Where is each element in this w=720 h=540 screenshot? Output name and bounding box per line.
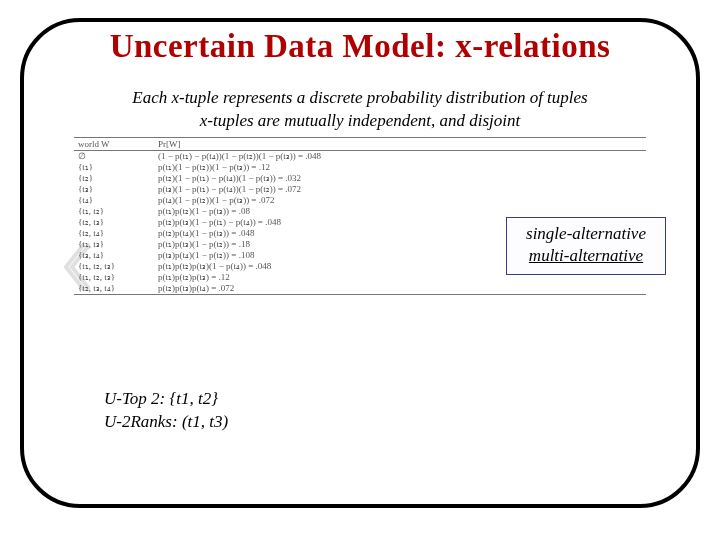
cell-pr: p(t₂)(1 − p(t₁) − p(t₄))(1 − p(t₃)) = .0…	[154, 173, 646, 184]
cell-world: {t₃, t₄}	[74, 250, 154, 261]
bottom-notes: U-Top 2: {t1, t2} U-2Ranks: (t1, t3)	[104, 388, 228, 434]
table-row: {t₁}p(t₁)(1 − p(t₂))(1 − p(t₃)) = .12	[74, 162, 646, 173]
cell-world: ∅	[74, 150, 154, 162]
slide-subtitle: Each x-tuple represents a discrete proba…	[24, 87, 696, 133]
table-row: ∅(1 − p(t₁) − p(t₄))(1 − p(t₂))(1 − p(t₃…	[74, 150, 646, 162]
table-row: {t₄}p(t₄)(1 − p(t₂))(1 − p(t₃)) = .072	[74, 195, 646, 206]
cell-world: {t₃}	[74, 184, 154, 195]
legend-single-alternative: single-alternative	[521, 223, 651, 245]
legend-multi-alternative: multi-alternative	[521, 245, 651, 267]
cell-pr: (1 − p(t₁) − p(t₄))(1 − p(t₂))(1 − p(t₃)…	[154, 150, 646, 162]
cell-pr: p(t₃)(1 − p(t₁) − p(t₄))(1 − p(t₂)) = .0…	[154, 184, 646, 195]
cell-world: {t₁, t₂, t₃}	[74, 272, 154, 283]
table-row: {t₂}p(t₂)(1 − p(t₁) − p(t₄))(1 − p(t₃)) …	[74, 173, 646, 184]
cell-pr: p(t₁)p(t₂)(1 − p(t₃)) = .08	[154, 206, 646, 217]
note-utop2: U-Top 2: {t1, t2}	[104, 388, 228, 411]
table-row: {t₂, t₃, t₄}p(t₂)p(t₃)p(t₄) = .072	[74, 283, 646, 295]
cell-pr: p(t₁)(1 − p(t₂))(1 − p(t₃)) = .12	[154, 162, 646, 173]
legend-box: single-alternative multi-alternative	[506, 217, 666, 275]
table-row: {t₃}p(t₃)(1 − p(t₁) − p(t₄))(1 − p(t₂)) …	[74, 184, 646, 195]
cell-world: {t₂, t₃}	[74, 217, 154, 228]
subtitle-line-1: Each x-tuple represents a discrete proba…	[64, 87, 656, 110]
cell-pr: p(t₄)(1 − p(t₂))(1 − p(t₃)) = .072	[154, 195, 646, 206]
cell-world: {t₁, t₂}	[74, 206, 154, 217]
table-row: {t₁, t₂}p(t₁)p(t₂)(1 − p(t₃)) = .08	[74, 206, 646, 217]
note-u2ranks: U-2Ranks: (t1, t3)	[104, 411, 228, 434]
cell-world: {t₂}	[74, 173, 154, 184]
cell-world: {t₂, t₃, t₄}	[74, 283, 154, 295]
subtitle-line-2: x-tuples are mutually independent, and d…	[64, 110, 656, 133]
cell-world: {t₁}	[74, 162, 154, 173]
cell-world: {t₄}	[74, 195, 154, 206]
slide-title: Uncertain Data Model: x-relations	[24, 28, 696, 65]
cell-pr: p(t₂)p(t₃)p(t₄) = .072	[154, 283, 646, 295]
table-header-world: world W	[74, 137, 154, 150]
cell-world: {t₁, t₂, t₃}	[74, 261, 154, 272]
cell-world: {t₂, t₄}	[74, 228, 154, 239]
cell-world: {t₁, t₃}	[74, 239, 154, 250]
table-header-pr: Pr[W]	[154, 137, 646, 150]
slide-frame: Uncertain Data Model: x-relations Each x…	[20, 18, 700, 508]
